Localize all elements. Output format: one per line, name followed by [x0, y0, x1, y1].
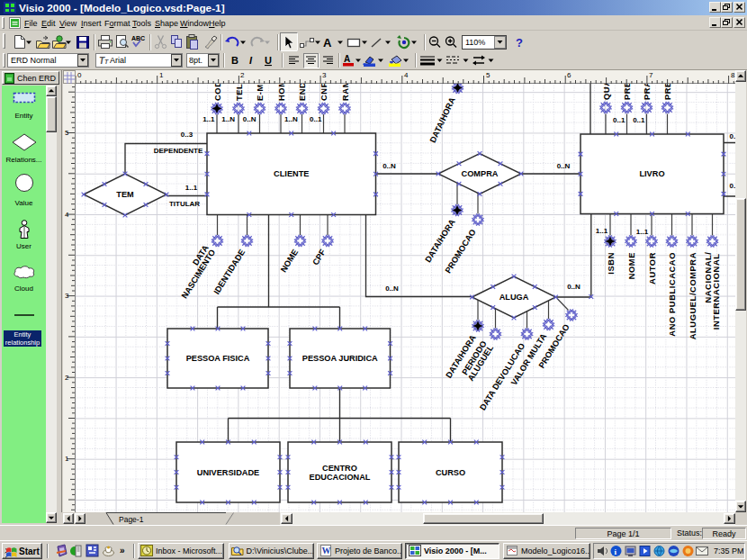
svg-text:1..1: 1..1 [596, 227, 608, 235]
svg-text:Page-1: Page-1 [119, 515, 144, 524]
svg-text:QUANTIDADE: QUANTIDADE [602, 84, 611, 100]
svg-text:PESSOA JURIDICA: PESSOA JURIDICA [302, 354, 378, 363]
svg-text:PESSOA FISICA: PESSOA FISICA [186, 354, 250, 363]
svg-text:CENTRO: CENTRO [322, 464, 357, 473]
svg-text:5: 5 [486, 71, 490, 79]
svg-text:2: 2 [240, 71, 245, 79]
svg-text:EDUCACIONAL: EDUCACIONAL [310, 473, 371, 482]
svg-text:ALUGUEL/COMPRA: ALUGUEL/COMPRA [688, 252, 698, 339]
svg-text:A: A [344, 54, 350, 64]
svg-text:0..1: 0..1 [310, 115, 322, 123]
svg-text:AUTOR: AUTOR [648, 252, 657, 285]
svg-text:COMPRA: COMPRA [462, 169, 499, 178]
svg-text:A: A [323, 36, 332, 50]
svg-text:0..1: 0..1 [633, 116, 645, 124]
svg-text:ERD Normal: ERD Normal [11, 56, 57, 65]
svg-text:RAMO: RAMO [341, 84, 350, 101]
svg-text:1: 1 [159, 71, 164, 79]
svg-text:CODIGO: CODIGO [213, 84, 222, 101]
svg-text:ANO PUBLICACAO: ANO PUBLICACAO [668, 252, 677, 337]
svg-text:INTERNACIONAL: INTERNACIONAL [712, 254, 721, 330]
svg-text:6: 6 [567, 71, 572, 79]
svg-text:NOME: NOME [627, 252, 636, 279]
svg-text:B: B [231, 55, 238, 66]
svg-text:0..N: 0..N [557, 162, 571, 170]
svg-text:CURSO: CURSO [436, 468, 465, 477]
svg-text:4: 4 [65, 211, 69, 219]
svg-text:1..N: 1..N [284, 115, 298, 123]
svg-text:PRECO: PRECO [623, 84, 632, 100]
svg-text:TELEFONE: TELEFONE [235, 84, 244, 101]
svg-text:CLIENTE: CLIENTE [274, 169, 309, 178]
svg-text:1..1: 1..1 [636, 228, 649, 236]
svg-text:1..N: 1..N [221, 115, 235, 123]
svg-text:1: 1 [65, 455, 69, 463]
svg-text:0..N: 0..N [385, 285, 399, 293]
svg-text:ABC: ABC [131, 35, 145, 41]
svg-text:7: 7 [649, 71, 653, 79]
svg-text:0: 0 [77, 71, 82, 79]
svg-text:I: I [249, 55, 253, 66]
svg-text:TITULAR: TITULAR [169, 200, 200, 208]
svg-text:PRAZO: PRAZO [643, 84, 652, 100]
svg-text:U: U [265, 55, 272, 66]
svg-text:3: 3 [322, 71, 327, 79]
svg-text:4: 4 [404, 71, 409, 79]
svg-text:110%: 110% [465, 38, 485, 47]
svg-text:UNIVERSIDADE: UNIVERSIDADE [197, 468, 259, 477]
svg-text:TEM: TEM [116, 190, 134, 199]
svg-text:0..N: 0..N [567, 283, 580, 291]
svg-text:2: 2 [65, 374, 69, 382]
svg-text:1..1: 1..1 [185, 184, 198, 192]
svg-text:?: ? [516, 36, 523, 50]
svg-text:ALUGA: ALUGA [500, 293, 529, 302]
svg-text:1..1: 1..1 [202, 115, 215, 123]
svg-text:PRECO: PRECO [663, 84, 672, 100]
svg-text:ENDERECO: ENDERECO [298, 84, 307, 101]
svg-text:0..N: 0..N [243, 115, 256, 123]
svg-text:Arial: Arial [110, 56, 126, 65]
svg-text:ISBN: ISBN [607, 252, 616, 275]
svg-text:5: 5 [65, 129, 69, 137]
svg-text:8pt.: 8pt. [189, 56, 202, 65]
svg-text:E-MAIL: E-MAIL [256, 84, 265, 101]
svg-text:0..3: 0..3 [181, 131, 194, 139]
svg-text:0..N: 0..N [382, 162, 396, 170]
svg-text:CNPJ: CNPJ [320, 84, 328, 101]
svg-text:3: 3 [65, 292, 69, 300]
svg-text:LIVRO: LIVRO [639, 169, 664, 178]
svg-text:W: W [322, 546, 331, 555]
svg-text:»: » [120, 546, 125, 555]
svg-text:DEPENDENTE: DEPENDENTE [154, 147, 203, 155]
svg-text:HOME: HOME [277, 84, 286, 101]
svg-text:0..1: 0..1 [613, 116, 626, 124]
